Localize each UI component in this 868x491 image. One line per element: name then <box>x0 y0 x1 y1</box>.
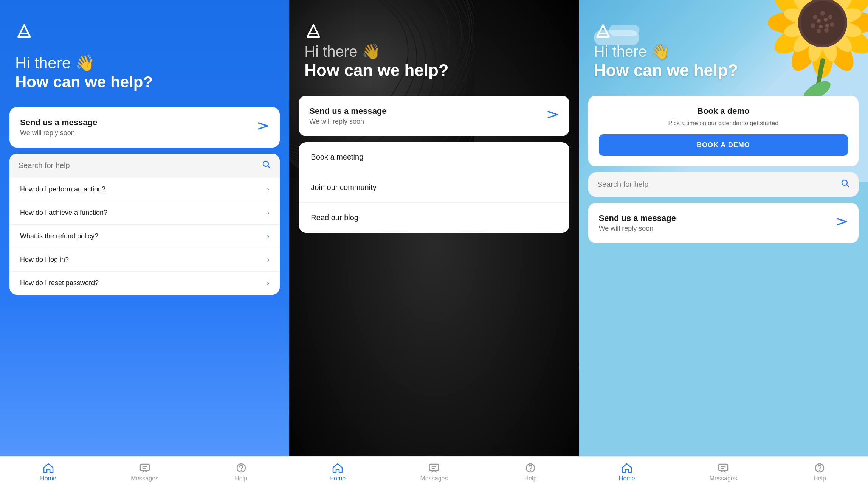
screen3-send-message-text: Send us a message We will reply soon <box>599 213 676 233</box>
nav-help[interactable]: Help <box>226 463 256 482</box>
screen2-nav-help[interactable]: Help <box>515 463 546 482</box>
nav-home[interactable]: Home <box>33 463 64 482</box>
screen3-nav-help[interactable]: Help <box>804 463 835 482</box>
send-message-text: Send us a message We will reply soon <box>20 118 97 137</box>
nav-messages-label: Messages <box>131 475 158 482</box>
nav-messages[interactable]: Messages <box>130 463 160 482</box>
screen2-content: Hi there 👋 How can we help? Send us a me… <box>289 0 578 491</box>
screen2-send-message-subtitle: We will reply soon <box>309 118 386 126</box>
screen2-bottom-nav: Home Messages <box>289 456 578 491</box>
screen2-greeting-line2: How can we help? <box>304 61 563 81</box>
faq-text: How do I perform an action? <box>20 185 105 193</box>
link-community[interactable]: Join our community <box>299 172 569 203</box>
screen2-send-message-card[interactable]: Send us a message We will reply soon <box>299 96 569 136</box>
svg-line-59 <box>846 185 849 187</box>
screen1-header: Hi there 👋 How can we help? <box>0 0 289 107</box>
svg-marker-10 <box>307 25 319 37</box>
screen2-nav-home-label: Home <box>330 475 346 482</box>
screen3: Hi there 👋 How can we help? Book a demo … <box>579 0 868 491</box>
screen3-content: Hi there 👋 How can we help? Book a demo … <box>579 0 868 491</box>
screen3-cards: Book a demo Pick a time on our calendar … <box>579 96 868 456</box>
faq-text: How do I achieve a function? <box>20 209 107 217</box>
chevron-icon: › <box>267 256 269 264</box>
link-blog[interactable]: Read our blog <box>299 203 569 233</box>
screen3-send-message-subtitle: We will reply soon <box>599 225 676 233</box>
faq-item[interactable]: How do I reset password? › <box>9 272 280 295</box>
faq-text: What is the refund policy? <box>20 232 98 240</box>
screen3-logo <box>594 23 853 42</box>
faq-item[interactable]: How do I log in? › <box>9 248 280 272</box>
faq-list: How do I perform an action? › How do I a… <box>9 178 280 295</box>
screen3-greeting: Hi there 👋 How can we help? <box>594 42 853 81</box>
search-faq-card: How do I perform an action? › How do I a… <box>9 154 280 295</box>
chevron-icon: › <box>267 232 269 240</box>
faq-item[interactable]: How do I achieve a function? › <box>9 201 280 225</box>
screen2-send-message-text: Send us a message We will reply soon <box>309 106 386 126</box>
screen3-bottom-nav: Home Messages <box>579 456 868 491</box>
search-icon <box>262 160 271 171</box>
screen1-greeting: Hi there 👋 How can we help? <box>15 54 274 92</box>
screen1-greeting-line2: How can we help? <box>15 73 274 92</box>
faq-text: How do I log in? <box>20 256 69 264</box>
chevron-icon: › <box>267 279 269 287</box>
book-demo-card: Book a demo Pick a time on our calendar … <box>588 96 859 166</box>
send-message-title: Send us a message <box>20 118 97 127</box>
screen1-bottom-nav: Home Messages Help <box>0 456 289 491</box>
svg-rect-60 <box>719 464 728 471</box>
search-input[interactable] <box>19 161 262 170</box>
chevron-icon: › <box>267 209 269 217</box>
svg-rect-12 <box>429 464 439 471</box>
screen3-send-message-card[interactable]: Send us a message We will reply soon <box>588 203 859 243</box>
link-blog-label: Read our blog <box>311 213 358 222</box>
screen2-logo <box>304 23 563 42</box>
svg-rect-4 <box>140 464 149 471</box>
screen2-greeting: Hi there 👋 How can we help? <box>304 42 563 81</box>
screen1-greeting-line1: Hi there 👋 <box>15 54 274 73</box>
screen3-nav-messages[interactable]: Messages <box>708 463 738 482</box>
screen2-send-arrow-icon <box>547 109 559 123</box>
book-demo-button[interactable]: BOOK A DEMO <box>599 134 848 156</box>
screen1-logo <box>15 23 274 42</box>
screen2-send-message-title: Send us a message <box>309 106 386 116</box>
screen1: Hi there 👋 How can we help? Send us a me… <box>0 0 289 491</box>
screen3-nav-help-label: Help <box>814 475 826 482</box>
send-message-subtitle: We will reply soon <box>20 129 97 137</box>
screen2-nav-messages[interactable]: Messages <box>419 463 449 482</box>
chevron-icon: › <box>267 185 269 193</box>
screen3-greeting-line1: Hi there 👋 <box>594 42 853 61</box>
screen2-nav-home[interactable]: Home <box>322 463 353 482</box>
screen3-search-icon <box>841 179 849 190</box>
screen3-search-input[interactable] <box>597 180 841 189</box>
screen3-nav-home[interactable]: Home <box>612 463 642 482</box>
svg-point-16 <box>530 470 531 471</box>
screens-container: Hi there 👋 How can we help? Send us a me… <box>0 0 868 491</box>
screen2-nav-help-label: Help <box>524 475 537 482</box>
demo-title: Book a demo <box>599 106 848 116</box>
screen3-search-card[interactable] <box>588 172 859 197</box>
nav-help-label: Help <box>235 475 247 482</box>
screen3-header: Hi there 👋 How can we help? <box>579 0 868 96</box>
svg-point-8 <box>240 470 242 471</box>
faq-item[interactable]: How do I perform an action? › <box>9 178 280 201</box>
screen2-cards: Send us a message We will reply soon Boo… <box>289 96 578 456</box>
screen2-header: Hi there 👋 How can we help? <box>289 0 578 96</box>
nav-home-label: Home <box>40 475 56 482</box>
faq-item[interactable]: What is the refund policy? › <box>9 225 280 248</box>
faq-text: How do I reset password? <box>20 279 99 287</box>
send-arrow-icon <box>257 121 269 134</box>
send-message-card[interactable]: Send us a message We will reply soon <box>9 107 280 148</box>
link-book-meeting-label: Book a meeting <box>311 153 363 162</box>
screen3-nav-home-label: Home <box>619 475 635 482</box>
svg-point-64 <box>819 470 820 471</box>
svg-line-3 <box>268 166 270 168</box>
screen3-send-message-title: Send us a message <box>599 213 676 223</box>
screen2: Hi there 👋 How can we help? Send us a me… <box>289 0 578 491</box>
screen3-send-arrow-icon <box>836 216 848 230</box>
links-card: Book a meeting Join our community Read o… <box>299 142 569 233</box>
screen3-greeting-line2: How can we help? <box>594 61 853 81</box>
screen2-greeting-line1: Hi there 👋 <box>304 42 563 61</box>
screen2-nav-messages-label: Messages <box>420 475 448 482</box>
link-book-meeting[interactable]: Book a meeting <box>299 142 569 172</box>
link-community-label: Join our community <box>311 183 376 192</box>
search-bar[interactable] <box>9 154 280 178</box>
